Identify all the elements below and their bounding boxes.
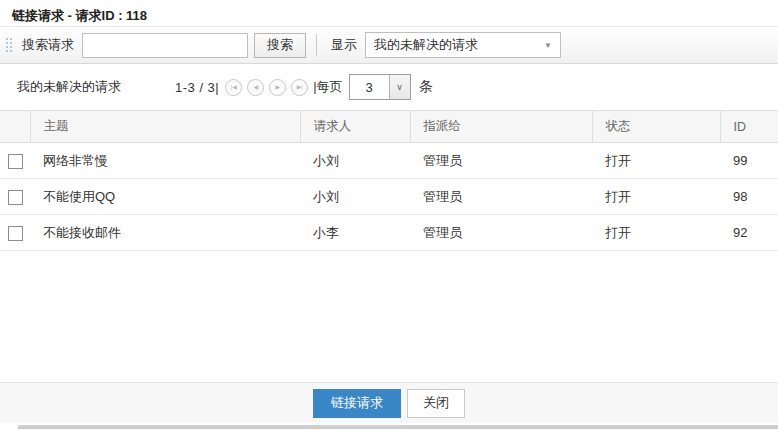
dialog-bottom-edge [0,423,778,430]
cell-id: 98 [720,179,778,215]
dialog-footer: 链接请求 关闭 [0,382,778,423]
cell-assignee: 管理员 [410,143,592,179]
cell-requester: 小刘 [300,143,410,179]
table-row[interactable]: 不能使用QQ 小刘 管理员 打开 98 [0,179,778,215]
link-request-dialog: 链接请求 - 请求ID : 118 搜索请求 搜索 显示 我的未解决的请求 ▼ … [0,0,778,430]
search-label: 搜索请求 [22,36,74,54]
table-row[interactable]: 不能接收邮件 小李 管理员 打开 92 [0,215,778,251]
filter-dropdown-value: 我的未解决的请求 [374,36,478,54]
chevron-down-icon: ∨ [389,75,410,99]
pagination-bar: 我的未解决的请求 1-3 / 3| |◀ ◀ ▶ ▶| |每页 3 ∨ 条 [0,64,778,110]
cell-subject: 网络非常慢 [30,143,300,179]
cell-subject: 不能接收邮件 [30,215,300,251]
view-title: 我的未解决的请求 [17,78,121,96]
cell-id: 92 [720,215,778,251]
filter-dropdown[interactable]: 我的未解决的请求 ▼ [365,32,561,58]
drag-grip-icon[interactable] [6,38,12,52]
cell-requester: 小李 [300,215,410,251]
page-size-select[interactable]: 3 ∨ [349,74,411,100]
cell-status: 打开 [592,143,720,179]
cell-status: 打开 [592,215,720,251]
header-requester: 请求人 [300,111,410,143]
per-page-label: |每页 [313,78,342,96]
requests-table: 主题 请求人 指派给 状态 ID 网络非常慢 小刘 管理员 打开 99 不能使用… [0,110,778,251]
search-input[interactable] [82,33,248,58]
next-page-button[interactable]: ▶ [269,79,286,96]
pager-controls: |◀ ◀ ▶ ▶| [225,79,308,96]
header-status: 状态 [592,111,720,143]
row-checkbox[interactable] [8,154,23,169]
prev-page-button[interactable]: ◀ [247,79,264,96]
header-assignee: 指派给 [410,111,592,143]
cell-requester: 小刘 [300,179,410,215]
link-request-button[interactable]: 链接请求 [313,389,401,418]
cell-status: 打开 [592,179,720,215]
header-subject: 主题 [30,111,300,143]
close-button[interactable]: 关闭 [407,389,465,418]
content-spacer [0,251,778,382]
chevron-down-icon: ▼ [544,41,552,50]
page-size-value: 3 [350,75,389,99]
show-label: 显示 [331,36,357,54]
cell-id: 99 [720,143,778,179]
search-button[interactable]: 搜索 [254,33,306,58]
row-checkbox[interactable] [8,190,23,205]
table-row[interactable]: 网络非常慢 小刘 管理员 打开 99 [0,143,778,179]
cell-subject: 不能使用QQ [30,179,300,215]
first-page-button[interactable]: |◀ [225,79,242,96]
dialog-title: 链接请求 - 请求ID : 118 [12,8,147,23]
cell-assignee: 管理员 [410,179,592,215]
pagination-range: 1-3 / 3| [175,80,219,95]
row-checkbox[interactable] [8,226,23,241]
dialog-titlebar: 链接请求 - 请求ID : 118 [0,0,778,27]
table-header-row: 主题 请求人 指派给 状态 ID [0,111,778,143]
dialog-shadow [18,425,778,429]
search-toolbar: 搜索请求 搜索 显示 我的未解决的请求 ▼ [0,27,778,64]
unit-label: 条 [419,78,433,96]
last-page-button[interactable]: ▶| [291,79,308,96]
toolbar-divider [316,34,317,56]
header-checkbox-cell [0,111,30,143]
header-id: ID [720,111,778,143]
cell-assignee: 管理员 [410,215,592,251]
